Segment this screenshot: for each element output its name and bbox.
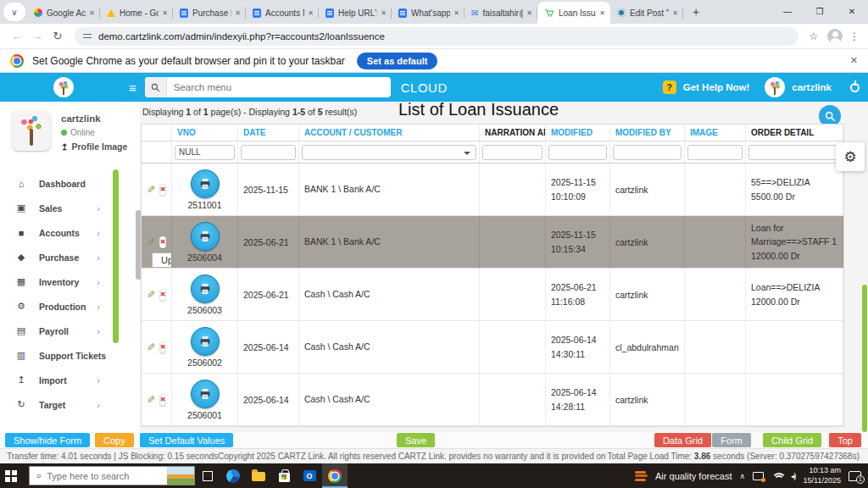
address-bar[interactable]: demo.cartzlink.com/admin/indexyii.php?r=… (75, 27, 798, 46)
close-icon[interactable]: ✕ (525, 8, 534, 19)
url-text[interactable]: demo.cartzlink.com/admin/indexyii.php?r=… (98, 31, 385, 42)
filter-order-detail-input[interactable] (748, 145, 840, 160)
close-icon[interactable]: ✕ (87, 8, 97, 19)
tab-loan-issuance[interactable]: Loan Issuance ✕ (537, 2, 610, 24)
sidebar-item-inventory[interactable]: ▦Inventory› (0, 269, 140, 294)
taskbar-search-input[interactable] (47, 471, 167, 481)
delete-icon[interactable]: ✖ (159, 394, 167, 406)
sidebar-item-production[interactable]: ⚙Production› (0, 294, 140, 319)
close-icon[interactable]: ✕ (598, 8, 607, 19)
profile-avatar[interactable] (12, 110, 51, 151)
header-modified-by[interactable]: MODIFIED BY (610, 125, 685, 141)
outlook-button[interactable]: O (297, 463, 322, 488)
form-button[interactable]: Form (712, 433, 751, 447)
close-icon[interactable]: ✕ (452, 8, 461, 19)
filter-vno-input[interactable] (175, 145, 235, 160)
sidebar-item-target[interactable]: ↻Target› (0, 392, 140, 417)
filter-narration-input[interactable] (482, 145, 542, 160)
minimize-button[interactable]: — (771, 0, 804, 22)
tab-whatsapp-sales[interactable]: What'sapp Sal ✕ (392, 2, 465, 24)
bookmark-star-icon[interactable]: ☆ (805, 30, 822, 42)
save-button[interactable]: Save (397, 433, 435, 447)
header-account-customer[interactable]: ACCOUNT / CUSTOMER (299, 125, 480, 141)
get-help-link[interactable]: Get Help Now! (683, 82, 750, 92)
main-scrollbar-thumb[interactable] (862, 285, 867, 432)
filter-account-select[interactable] (302, 145, 476, 160)
reload-button[interactable]: ↻ (47, 30, 68, 42)
edit-icon[interactable]: ✎ (147, 184, 155, 196)
header-vno[interactable]: VNO (172, 125, 238, 141)
tab-help-urls[interactable]: Help URL's fo ✕ (319, 2, 392, 24)
tab-home-google[interactable]: Home - Googl ✕ (100, 2, 173, 24)
menu-hamburger-icon[interactable]: ≡ (129, 80, 136, 95)
sidebar-item-purchase[interactable]: ◆Purchase› (0, 245, 140, 269)
print-icon[interactable] (191, 169, 220, 198)
close-window-button[interactable]: ✕ (836, 0, 868, 22)
close-icon[interactable]: ✕ (160, 8, 170, 19)
tab-purchase-data[interactable]: Purchase Data ✕ (173, 2, 246, 24)
delete-icon[interactable]: ✖ (159, 184, 167, 196)
print-icon[interactable] (191, 274, 220, 303)
browser-menu-icon[interactable]: ⋮ (848, 30, 861, 42)
edit-icon[interactable]: ✎ (147, 394, 155, 406)
edit-icon[interactable]: ✎ (147, 236, 155, 248)
sidebar-item-accounts[interactable]: ■Accounts› (0, 220, 140, 245)
weather-widget[interactable]: Air quality forecast (655, 471, 732, 481)
settings-gear-button[interactable]: ⚙ (836, 142, 865, 171)
sidebar-item-payroll[interactable]: ▤Payroll› (0, 319, 140, 343)
back-button[interactable]: ← (7, 30, 27, 42)
delete-icon[interactable]: ✖ (159, 236, 167, 248)
tab-mail[interactable]: ✉ faisaltahir@ca ✕ (465, 2, 537, 24)
menu-search-box[interactable] (145, 77, 391, 97)
chrome-button[interactable] (322, 463, 348, 488)
table-row[interactable]: ✎✖ 2506002 2025-06-14 Cash \ Cash A/C 20… (142, 321, 843, 374)
print-icon[interactable] (191, 222, 220, 251)
delete-icon[interactable]: ✖ (159, 341, 167, 353)
tray-app-icon[interactable] (753, 472, 764, 480)
taskbar-search-box[interactable]: ⌕ (29, 466, 195, 485)
browser-profile-avatar[interactable] (827, 29, 843, 44)
sidebar-item-support-tickets[interactable]: ▥Support Tickets (0, 343, 140, 368)
top-button[interactable]: Top (829, 433, 861, 447)
edit-icon[interactable]: ✎ (147, 289, 155, 301)
tab-accounts-master[interactable]: Accounts Mas ✕ (246, 2, 319, 24)
notification-center-icon[interactable]: 1 (849, 471, 861, 481)
table-row[interactable]: ✎✖ 2506003 2025-06-21 Cash \ Cash A/C 20… (142, 269, 843, 321)
filter-image-input[interactable] (687, 145, 743, 160)
tab-search-chevron-icon[interactable]: ∨ (3, 3, 25, 21)
close-notice-icon[interactable]: ✕ (850, 55, 858, 66)
show-hide-form-button[interactable]: Show/hide Form (5, 433, 90, 447)
tab-google-account[interactable]: Google Accou ✕ (27, 2, 100, 24)
wifi-icon[interactable] (771, 472, 783, 480)
close-icon[interactable]: ✕ (233, 8, 242, 19)
user-avatar[interactable] (765, 77, 785, 97)
search-menu-input[interactable] (167, 82, 391, 92)
header-image[interactable]: IMAGE (685, 125, 746, 141)
start-button[interactable] (0, 463, 29, 488)
microsoft-store-button[interactable] (271, 463, 297, 488)
username-label[interactable]: cartzlink (792, 82, 832, 92)
forward-button[interactable]: → (27, 30, 47, 42)
edit-icon[interactable]: ✎ (147, 341, 155, 353)
sidebar-scrollbar-thumb[interactable] (113, 169, 119, 343)
file-explorer-button[interactable] (246, 463, 271, 488)
filter-modified-input[interactable] (548, 145, 607, 160)
delete-icon[interactable]: ✖ (159, 289, 167, 301)
close-icon[interactable]: ✕ (670, 8, 680, 19)
sidebar-item-sales[interactable]: ▣Sales› (0, 196, 140, 220)
logout-power-icon[interactable] (850, 83, 860, 92)
header-date[interactable]: DATE (238, 125, 299, 141)
volume-icon[interactable]: ◂) (791, 472, 796, 480)
maximize-button[interactable]: ❐ (804, 0, 836, 22)
new-tab-button[interactable]: + (687, 3, 705, 21)
task-view-button[interactable] (195, 463, 220, 488)
taskbar-clock[interactable]: 10:13 am15/11/2025 (804, 466, 841, 485)
copy-button[interactable]: Copy (95, 433, 134, 447)
print-icon[interactable] (191, 327, 220, 356)
print-icon[interactable] (191, 380, 220, 408)
table-row-selected[interactable]: ✎✖ Update 2506004 2025-06-21 BANK 1 \ Ba… (142, 216, 843, 269)
sidebar-item-dashboard[interactable]: ⌂Dashboard (0, 171, 140, 196)
data-grid-button[interactable]: Data Grid (654, 433, 711, 447)
table-row[interactable]: ✎✖ 2506001 2025-06-14 Cash \ Cash A/C 20… (142, 374, 843, 426)
filter-date-input[interactable] (241, 145, 296, 160)
